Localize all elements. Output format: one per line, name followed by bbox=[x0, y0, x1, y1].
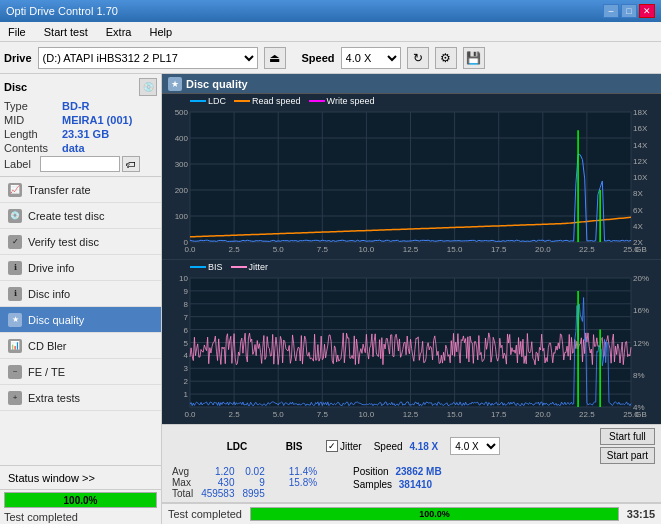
disc-contents-value: data bbox=[62, 142, 85, 154]
window-controls: – □ ✕ bbox=[603, 4, 655, 18]
total-ldc: 459583 bbox=[197, 488, 238, 499]
stats-avg-row: Avg 1.20 0.02 11.4% bbox=[168, 466, 321, 477]
start-part-button[interactable]: Start part bbox=[600, 447, 655, 464]
disc-icon[interactable]: 💿 bbox=[139, 78, 157, 96]
disc-section-title: Disc bbox=[4, 81, 27, 93]
close-button[interactable]: ✕ bbox=[639, 4, 655, 18]
speed-select-stats[interactable]: 4.0 X bbox=[450, 437, 500, 455]
avg-ldc: 1.20 bbox=[197, 466, 238, 477]
action-buttons: Start full Start part bbox=[600, 428, 655, 464]
disc-quality-icon: ★ bbox=[8, 313, 22, 327]
nav-items: 📈 Transfer rate 💿 Create test disc ✓ Ver… bbox=[0, 177, 161, 411]
samples-row: Samples 381410 bbox=[353, 479, 442, 490]
total-bis: 8995 bbox=[239, 488, 269, 499]
max-jitter: 15.8% bbox=[269, 477, 321, 488]
drive-select[interactable]: (D:) ATAPI iHBS312 2 PL17 bbox=[38, 47, 258, 69]
jitter-checkbox[interactable]: ✓ bbox=[326, 440, 338, 452]
disc-mid-field: MID MEIRA1 (001) bbox=[4, 114, 157, 126]
menu-extra[interactable]: Extra bbox=[102, 25, 136, 39]
disc-section: Disc 💿 Type BD-R MID MEIRA1 (001) Length… bbox=[0, 74, 161, 177]
disc-label-text: Label bbox=[4, 158, 40, 170]
disc-mid-value: MEIRA1 (001) bbox=[62, 114, 132, 126]
avg-label: Avg bbox=[168, 466, 197, 477]
status-window-button[interactable]: Status window >> bbox=[0, 466, 161, 490]
disc-quality-header-icon: ★ bbox=[168, 77, 182, 91]
sidebar-item-fe-te[interactable]: ~ FE / TE bbox=[0, 359, 161, 385]
bottom-chart-area: BIS Jitter bbox=[162, 260, 661, 425]
stats-max-row: Max 430 9 15.8% bbox=[168, 477, 321, 488]
refresh-button[interactable]: ↻ bbox=[407, 47, 429, 69]
disc-type-value: BD-R bbox=[62, 100, 90, 112]
speed-value-display: 4.18 X bbox=[409, 441, 438, 452]
max-ldc: 430 bbox=[197, 477, 238, 488]
disc-length-label: Length bbox=[4, 128, 62, 140]
legend-jitter: Jitter bbox=[231, 262, 269, 272]
disc-contents-label: Contents bbox=[4, 142, 62, 154]
stats-bar: LDC BIS ✓ Jitter Speed 4.18 X 4.0 X Star… bbox=[162, 424, 661, 502]
eject-button[interactable]: ⏏ bbox=[264, 47, 286, 69]
speed-select[interactable]: 4.0 X bbox=[341, 47, 401, 69]
top-chart-legend: LDC Read speed Write speed bbox=[190, 96, 374, 106]
stats-table: Avg 1.20 0.02 11.4% Max 430 9 15.8% Tota… bbox=[168, 466, 321, 499]
sidebar-item-extra-tests[interactable]: + Extra tests bbox=[0, 385, 161, 411]
settings-button[interactable]: ⚙ bbox=[435, 47, 457, 69]
stats-total-row: Total 459583 8995 bbox=[168, 488, 321, 499]
cd-bler-icon: 📊 bbox=[8, 339, 22, 353]
sidebar-item-drive-info[interactable]: ℹ Drive info bbox=[0, 255, 161, 281]
save-button[interactable]: 💾 bbox=[463, 47, 485, 69]
sidebar-item-disc-quality[interactable]: ★ Disc quality bbox=[0, 307, 161, 333]
sidebar-item-verify-test-disc[interactable]: ✓ Verify test disc bbox=[0, 229, 161, 255]
top-chart-area: LDC Read speed Write speed bbox=[162, 94, 661, 260]
top-chart-canvas bbox=[162, 94, 661, 260]
sidebar: Disc 💿 Type BD-R MID MEIRA1 (001) Length… bbox=[0, 74, 162, 524]
legend-ldc: LDC bbox=[190, 96, 226, 106]
sidebar-item-transfer-rate[interactable]: 📈 Transfer rate bbox=[0, 177, 161, 203]
sidebar-item-cd-bler[interactable]: 📊 CD Bler bbox=[0, 333, 161, 359]
titlebar: Opti Drive Control 1.70 – □ ✕ bbox=[0, 0, 661, 22]
create-test-disc-icon: 💿 bbox=[8, 209, 22, 223]
position-row: Position 23862 MB bbox=[353, 466, 442, 477]
menu-start-test[interactable]: Start test bbox=[40, 25, 92, 39]
jitter-color bbox=[231, 266, 247, 268]
disc-label-row: Label 🏷 bbox=[4, 156, 157, 172]
position-value: 23862 MB bbox=[395, 466, 441, 477]
sidebar-item-disc-info[interactable]: ℹ Disc info bbox=[0, 281, 161, 307]
disc-label-btn[interactable]: 🏷 bbox=[122, 156, 140, 172]
jitter-check-row: ✓ Jitter bbox=[326, 440, 362, 452]
speed-label-stats: Speed 4.18 X bbox=[374, 441, 439, 452]
bottom-status-text: Test completed bbox=[168, 508, 242, 520]
max-bis: 9 bbox=[239, 477, 269, 488]
toolbar: Drive (D:) ATAPI iHBS312 2 PL17 ⏏ Speed … bbox=[0, 42, 661, 74]
position-label: Position bbox=[353, 466, 389, 477]
transfer-rate-icon: 📈 bbox=[8, 183, 22, 197]
menu-file[interactable]: File bbox=[4, 25, 30, 39]
app-title: Opti Drive Control 1.70 bbox=[6, 5, 118, 17]
samples-value: 381410 bbox=[399, 479, 432, 490]
sidebar-progress-bar: 100.0% bbox=[4, 492, 157, 508]
menu-help[interactable]: Help bbox=[145, 25, 176, 39]
legend-bis: BIS bbox=[190, 262, 223, 272]
legend-read-speed: Read speed bbox=[234, 96, 301, 106]
sidebar-status-text: Test completed bbox=[0, 510, 161, 524]
disc-type-label: Type bbox=[4, 100, 62, 112]
disc-length-value: 23.31 GB bbox=[62, 128, 109, 140]
speed-label: Speed bbox=[302, 52, 335, 64]
disc-quality-header: ★ Disc quality bbox=[162, 74, 661, 94]
total-label: Total bbox=[168, 488, 197, 499]
main-area: Disc 💿 Type BD-R MID MEIRA1 (001) Length… bbox=[0, 74, 661, 524]
bottom-bar: Test completed 100.0% 33:15 bbox=[162, 502, 661, 524]
minimize-button[interactable]: – bbox=[603, 4, 619, 18]
fe-te-icon: ~ bbox=[8, 365, 22, 379]
legend-write-speed: Write speed bbox=[309, 96, 375, 106]
maximize-button[interactable]: □ bbox=[621, 4, 637, 18]
bottom-chart-legend: BIS Jitter bbox=[190, 262, 268, 272]
bottom-progress-bar: 100.0% bbox=[250, 507, 619, 521]
stats-header-row: LDC BIS ✓ Jitter Speed 4.18 X 4.0 X Star… bbox=[168, 428, 655, 464]
start-full-button[interactable]: Start full bbox=[600, 428, 655, 445]
verify-test-disc-icon: ✓ bbox=[8, 235, 22, 249]
ldc-col-header: LDC bbox=[212, 441, 262, 452]
disc-quality-title: Disc quality bbox=[186, 78, 248, 90]
disc-label-input[interactable] bbox=[40, 156, 120, 172]
disc-type-field: Type BD-R bbox=[4, 100, 157, 112]
sidebar-item-create-test-disc[interactable]: 💿 Create test disc bbox=[0, 203, 161, 229]
